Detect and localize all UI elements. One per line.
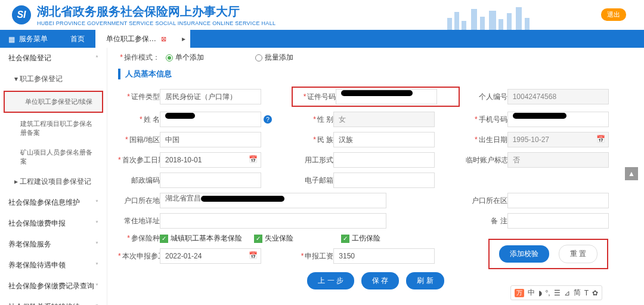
ime-punct[interactable]: °, bbox=[546, 289, 550, 297]
mode-label: *操作模式： bbox=[118, 53, 160, 63]
birth-date-input[interactable] bbox=[507, 132, 609, 147]
temp-account-select[interactable] bbox=[507, 152, 609, 168]
ime-person-icon[interactable]: ⊿ bbox=[564, 289, 570, 297]
chevron-down-icon: ˅ bbox=[95, 262, 98, 269]
chk-unemployment[interactable]: 失业保险 bbox=[254, 233, 293, 244]
addr-label: 常住地详址 bbox=[118, 216, 160, 226]
sidebar-item-employee-register[interactable]: ▾ 职工参保登记 bbox=[0, 69, 107, 90]
ime-keyboard-icon[interactable]: ☰ bbox=[554, 289, 561, 297]
radio-checked-icon bbox=[166, 54, 173, 61]
first-date-input[interactable] bbox=[160, 152, 261, 168]
ime-moon-icon[interactable]: ◗ bbox=[538, 289, 542, 297]
help-icon[interactable]: ? bbox=[264, 115, 272, 124]
sidebar-item-transfer[interactable]: 社会保险关系转移接续˅ bbox=[0, 297, 107, 305]
checkbox-checked-icon bbox=[341, 235, 349, 243]
cert-type-label: 证件类型 bbox=[131, 93, 160, 101]
addr-input[interactable] bbox=[160, 213, 386, 229]
checkbox-checked-icon bbox=[160, 235, 168, 243]
page-header: SI 湖北省政务服务社会保险网上办事大厅 HUBEI PROVINCE GOVE… bbox=[0, 0, 644, 30]
radio-single-add[interactable]: 单个添加 bbox=[166, 53, 204, 63]
sidebar-item-social-register[interactable]: 社会保险登记˄ bbox=[0, 48, 107, 69]
mobile-input[interactable] bbox=[507, 112, 609, 127]
person-no-input bbox=[507, 89, 609, 104]
highlight-annotation: 单位职工参保登记/续保 bbox=[4, 91, 103, 113]
ime-logo-icon: 万 bbox=[515, 289, 524, 297]
sidebar: 社会保险登记˄ ▾ 职工参保登记 单位职工参保登记/续保 建筑工程项目职工参保名… bbox=[0, 48, 107, 305]
calendar-icon[interactable]: 📅 bbox=[249, 251, 258, 260]
ime-simplified[interactable]: 简 bbox=[574, 288, 581, 298]
service-menu-label: 服务菜单 bbox=[19, 34, 48, 44]
remark-label: 备 注 bbox=[466, 216, 507, 226]
exit-button[interactable]: 退出 bbox=[601, 8, 626, 21]
chevron-down-icon: ˅ bbox=[95, 283, 98, 289]
email-input[interactable] bbox=[333, 172, 435, 188]
name-input[interactable] bbox=[160, 112, 261, 127]
first-date-label: 首次参工日期 bbox=[122, 156, 165, 164]
svg-rect-9 bbox=[525, 18, 530, 30]
svg-rect-0 bbox=[447, 18, 452, 30]
skyline-decoration bbox=[441, 6, 608, 30]
svg-rect-1 bbox=[454, 12, 459, 30]
calendar-icon[interactable]: 📅 bbox=[249, 155, 258, 164]
redacted-value bbox=[341, 90, 413, 96]
mobile-label: 手机号码 bbox=[479, 115, 507, 124]
svg-rect-8 bbox=[516, 7, 522, 30]
close-icon[interactable]: ⊠ bbox=[161, 35, 166, 43]
chevron-down-icon: ˅ bbox=[95, 199, 98, 206]
gender-label: 性 别 bbox=[317, 115, 333, 124]
sidebar-item-construction-roster[interactable]: 建筑工程项目职工参保名册备案 bbox=[0, 114, 107, 143]
svg-rect-6 bbox=[499, 19, 503, 30]
declare-salary-input[interactable] bbox=[333, 248, 435, 264]
cert-type-select[interactable] bbox=[160, 89, 261, 104]
ime-toolbar[interactable]: 万 中 ◗ °, ☰ ⊿ 简 T ✿ bbox=[510, 285, 602, 300]
house-area-select[interactable] bbox=[507, 193, 609, 208]
sidebar-item-pension-service[interactable]: 养老保险服务˅ bbox=[0, 234, 107, 255]
save-button[interactable]: 保 存 bbox=[361, 272, 399, 289]
nation-select[interactable] bbox=[160, 132, 261, 147]
radio-batch-add[interactable]: 批量添加 bbox=[255, 53, 293, 63]
email-label: 电子邮箱 bbox=[292, 175, 333, 186]
chevron-down-icon: ˅ bbox=[95, 220, 98, 227]
declare-salary-label: 申报工资 bbox=[305, 252, 333, 260]
declare-date-input[interactable] bbox=[160, 248, 261, 264]
cert-no-input[interactable] bbox=[336, 89, 437, 104]
sidebar-item-unit-employee-register[interactable]: 单位职工参保登记/续保 bbox=[5, 92, 102, 112]
ime-settings-icon[interactable]: ✿ bbox=[592, 289, 598, 297]
house-loc-input[interactable]: 湖北省宜昌 bbox=[160, 193, 386, 208]
reset-button[interactable]: 重 置 bbox=[559, 245, 597, 263]
name-label: 姓 名 bbox=[144, 115, 160, 124]
employ-type-label: 用工形式 bbox=[292, 155, 333, 165]
ime-lang[interactable]: 中 bbox=[528, 288, 535, 298]
redacted-value bbox=[165, 113, 195, 119]
tab-employee-register[interactable]: 单位职工参保… ⊠ bbox=[95, 30, 177, 48]
sidebar-item-project-register[interactable]: ▸ 工程建设项目参保登记 bbox=[0, 171, 107, 192]
action-highlight-box: 添加校验 重 置 bbox=[488, 239, 608, 269]
calendar-icon[interactable]: 📅 bbox=[596, 135, 605, 143]
sidebar-item-payment-query[interactable]: 社会保险参保缴费记录查询˅ bbox=[0, 276, 107, 297]
house-area-label: 户口所在区 bbox=[466, 196, 507, 206]
ime-skin-icon[interactable]: T bbox=[584, 289, 589, 297]
house-loc-label: 户口所在地 bbox=[118, 196, 160, 206]
top-nav: ▦ 服务菜单 首页 单位职工参保… ⊠ ▸ bbox=[0, 30, 644, 48]
sidebar-item-info-maintain[interactable]: 社会保险参保信息维护˅ bbox=[0, 192, 107, 213]
svg-rect-7 bbox=[507, 13, 512, 30]
ins-type-label: 参保险种 bbox=[131, 234, 160, 242]
service-menu-button[interactable]: ▦ 服务菜单 bbox=[0, 34, 56, 44]
chk-injury[interactable]: 工伤保险 bbox=[341, 233, 380, 244]
employ-type-select[interactable] bbox=[333, 152, 435, 168]
sidebar-item-pension-claim[interactable]: 养老保险待遇申领˅ bbox=[0, 255, 107, 276]
postcode-input[interactable] bbox=[160, 172, 261, 188]
chk-pension[interactable]: 城镇职工基本养老保险 bbox=[160, 233, 242, 244]
remark-input[interactable] bbox=[507, 213, 609, 229]
prev-button[interactable]: 上 一 步 bbox=[307, 272, 354, 289]
scroll-top-button[interactable]: ▲ bbox=[625, 167, 638, 180]
ethnic-select[interactable] bbox=[333, 132, 435, 147]
sidebar-item-mine-roster[interactable]: 矿山项目人员参保名册备案 bbox=[0, 143, 107, 171]
tab-home[interactable]: 首页 bbox=[60, 30, 95, 48]
gender-select[interactable] bbox=[333, 112, 435, 127]
refresh-button[interactable]: 刷 新 bbox=[406, 272, 444, 289]
tab-scroll-right[interactable]: ▸ bbox=[177, 30, 190, 48]
sidebar-item-payment-declare[interactable]: 社会保险缴费申报˅ bbox=[0, 213, 107, 234]
site-title-cn: 湖北省政务服务社会保险网上办事大厅 bbox=[37, 4, 275, 20]
add-validate-button[interactable]: 添加校验 bbox=[499, 245, 549, 263]
